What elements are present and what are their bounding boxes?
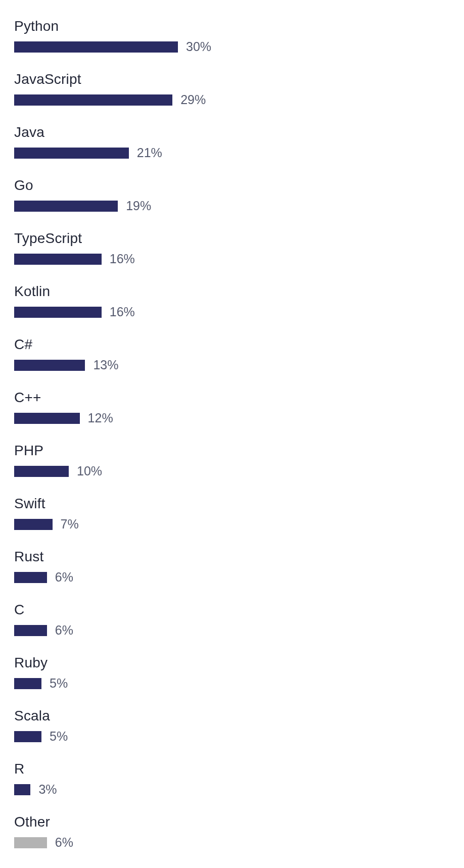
bar-label: JavaScript — [14, 71, 450, 87]
bar-row: 10% — [14, 464, 450, 478]
bar-value: 12% — [88, 411, 113, 425]
bar-fill — [14, 837, 47, 848]
bar-fill — [14, 519, 53, 530]
bar-row: 5% — [14, 676, 450, 691]
bar-item: Other6% — [14, 814, 450, 850]
bar-label: Kotlin — [14, 283, 450, 300]
bar-row: 16% — [14, 252, 450, 266]
bar-item: C++12% — [14, 390, 450, 425]
bar-row: 5% — [14, 729, 450, 744]
bar-item: Java21% — [14, 124, 450, 160]
bar-row: 6% — [14, 835, 450, 850]
bar-fill — [14, 307, 102, 318]
bar-row: 7% — [14, 517, 450, 532]
bar-value: 5% — [50, 729, 68, 744]
bar-item: Go19% — [14, 177, 450, 213]
bar-value: 6% — [55, 570, 73, 585]
bar-fill — [14, 731, 41, 742]
bar-label: Go — [14, 177, 450, 194]
bar-row: 16% — [14, 305, 450, 319]
bar-item: Scala5% — [14, 708, 450, 744]
bar-label: Swift — [14, 496, 450, 512]
bar-fill — [14, 572, 47, 583]
bar-value: 16% — [110, 252, 135, 266]
bar-label: Scala — [14, 708, 450, 724]
bar-label: PHP — [14, 443, 450, 459]
bar-item: R3% — [14, 761, 450, 797]
bar-label: Ruby — [14, 655, 450, 671]
bar-fill — [14, 201, 118, 212]
bar-fill — [14, 148, 129, 159]
bar-label: R — [14, 761, 450, 777]
bar-value: 30% — [186, 39, 211, 54]
bar-item: Kotlin16% — [14, 283, 450, 319]
bar-label: TypeScript — [14, 230, 450, 247]
bar-item: Rust6% — [14, 549, 450, 585]
bar-fill — [14, 625, 47, 636]
bar-item: C#13% — [14, 336, 450, 372]
bar-item: PHP10% — [14, 443, 450, 478]
bar-fill — [14, 360, 85, 371]
bar-row: 13% — [14, 358, 450, 372]
bar-label: C# — [14, 336, 450, 353]
bar-row: 6% — [14, 570, 450, 585]
bar-fill — [14, 784, 30, 795]
bar-fill — [14, 678, 41, 689]
bar-row: 30% — [14, 39, 450, 54]
bar-item: Python30% — [14, 18, 450, 54]
bar-value: 29% — [180, 92, 206, 107]
bar-value: 6% — [55, 835, 73, 850]
bar-item: TypeScript16% — [14, 230, 450, 266]
bar-row: 29% — [14, 92, 450, 107]
bar-row: 6% — [14, 623, 450, 638]
bar-label: Python — [14, 18, 450, 34]
bar-fill — [14, 413, 80, 424]
bar-value: 5% — [50, 676, 68, 691]
bar-fill — [14, 466, 69, 477]
bar-value: 3% — [38, 782, 57, 797]
bar-value: 6% — [55, 623, 73, 638]
bar-row: 12% — [14, 411, 450, 425]
bar-label: Other — [14, 814, 450, 830]
bar-row: 19% — [14, 199, 450, 213]
bar-row: 3% — [14, 782, 450, 797]
bar-label: C++ — [14, 390, 450, 406]
bar-fill — [14, 94, 172, 106]
bar-value: 19% — [126, 199, 151, 213]
bar-label: Rust — [14, 549, 450, 565]
bar-row: 21% — [14, 146, 450, 160]
bar-value: 13% — [93, 358, 118, 372]
bar-value: 16% — [110, 305, 135, 319]
bar-item: Ruby5% — [14, 655, 450, 691]
bar-fill — [14, 254, 102, 265]
bar-value: 10% — [77, 464, 102, 478]
bar-item: Swift7% — [14, 496, 450, 532]
bar-label: C — [14, 602, 450, 618]
bar-chart: Python30%JavaScript29%Java21%Go19%TypeSc… — [14, 18, 450, 868]
bar-value: 7% — [61, 517, 79, 532]
bar-item: JavaScript29% — [14, 71, 450, 107]
bar-fill — [14, 41, 178, 53]
bar-value: 21% — [137, 146, 162, 160]
bar-item: C6% — [14, 602, 450, 638]
bar-label: Java — [14, 124, 450, 140]
